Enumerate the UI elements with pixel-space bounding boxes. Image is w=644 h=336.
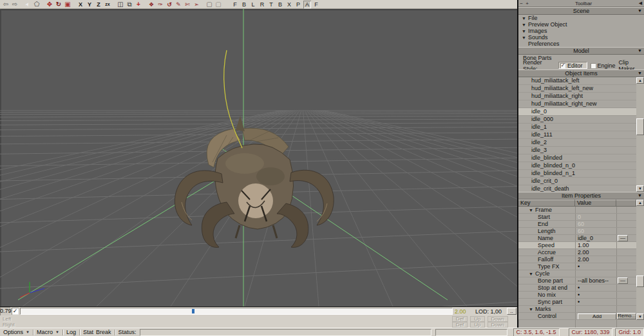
property-value[interactable]: 60 xyxy=(575,228,616,234)
scrollbar-thumb[interactable] xyxy=(636,275,644,287)
expander-icon[interactable]: ▼ xyxy=(529,272,533,276)
section-arrow-icon[interactable]: ▼ xyxy=(638,48,642,54)
scroll-down-icon[interactable]: ▼ xyxy=(636,313,644,320)
axis-z-button[interactable]: Z xyxy=(95,1,102,8)
editor-checkbox[interactable]: ✓ xyxy=(560,63,565,68)
property-value[interactable]: 60 xyxy=(575,221,616,227)
property-row-falloff[interactable]: Falloff2.00 xyxy=(518,256,636,263)
scene-item-preferences[interactable]: Preferences xyxy=(518,41,644,47)
object-item-idle-0[interactable]: idle_0 xyxy=(518,108,636,116)
bone-tool-5-icon[interactable]: ✄ xyxy=(184,1,191,8)
property-row-speed[interactable]: Speed1.00 xyxy=(518,242,636,249)
view-top-button[interactable]: T xyxy=(267,1,275,8)
stat-button[interactable]: Stat xyxy=(82,329,95,335)
property-value[interactable]: 0 xyxy=(575,214,616,220)
object-item-hud-miliattack-left-new[interactable]: hud_miliattack_left_new xyxy=(518,85,636,93)
expander-icon[interactable]: ▼ xyxy=(529,307,533,312)
object-item-hud-miliattack-right[interactable]: hud_miliattack_right xyxy=(518,93,636,100)
property-row-accrue[interactable]: Accrue2.00 xyxy=(518,249,636,256)
scene-item-preview-object[interactable]: ▼Preview Object xyxy=(518,21,644,28)
scroll-down-icon[interactable]: ▼ xyxy=(636,185,644,192)
view-f-button[interactable]: F xyxy=(312,1,320,8)
object-item-idle-blinded-n-0[interactable]: idle_blinded_n_0 xyxy=(518,162,636,170)
left-down-button[interactable]: Down xyxy=(488,316,508,322)
axis-zx-button[interactable]: zx xyxy=(104,1,111,8)
left-def-button[interactable]: Def xyxy=(452,316,468,322)
object-item-idle-111[interactable]: idle_111 xyxy=(518,131,636,139)
property-row-no-mix[interactable]: No mix• xyxy=(518,292,636,299)
item-properties-section-header[interactable]: Item Properties ▼ xyxy=(518,192,644,200)
back-arrow-icon[interactable]: ⇦ xyxy=(2,1,10,8)
left-up-button[interactable]: Up xyxy=(470,316,484,322)
timeline-thumb[interactable] xyxy=(192,309,194,313)
speed-checkbox[interactable]: ✓ xyxy=(12,308,19,315)
object-item-idle-blinded-n-1[interactable]: idle_blinded_n_1 xyxy=(518,170,636,178)
break-button[interactable]: Break xyxy=(95,329,113,335)
duplicate-icon[interactable]: ⧉ xyxy=(126,1,133,8)
move-tool-icon[interactable]: ✥ xyxy=(46,1,53,8)
object-item-idle-blinded[interactable]: idle_blinded xyxy=(518,154,636,162)
property-row-end[interactable]: End60 xyxy=(518,221,636,228)
forward-arrow-icon[interactable]: ⇨ xyxy=(11,1,19,8)
view-bottom-button[interactable]: B xyxy=(276,1,284,8)
expander-icon[interactable]: ▼ xyxy=(522,23,526,27)
scene-item-sounds[interactable]: ▼Sounds xyxy=(518,34,644,41)
value-column-header[interactable]: Value xyxy=(575,200,616,207)
object-items-section-header[interactable]: Object Items ▼ xyxy=(518,70,644,77)
view-frame-1-icon[interactable]: ▢ xyxy=(205,1,213,8)
property-row-stop-at-end[interactable]: Stop at end• xyxy=(518,285,636,292)
key-column-header[interactable]: Key xyxy=(518,200,575,207)
view-left-button[interactable]: L xyxy=(249,1,257,8)
name-edit-button[interactable]: — xyxy=(618,235,628,241)
panel-collapse-icon[interactable]: ◀ xyxy=(637,1,644,6)
expander-icon[interactable]: ▼ xyxy=(522,29,526,33)
macro-menu-button[interactable]: Macro xyxy=(35,329,54,335)
scroll-up-icon[interactable]: ▲ xyxy=(636,77,644,84)
property-value[interactable]: 2.00 xyxy=(575,249,616,256)
3d-viewport[interactable] xyxy=(0,9,517,307)
engine-checkbox[interactable] xyxy=(591,63,596,68)
property-row-frame[interactable]: ▼Frame xyxy=(518,207,636,214)
expander-icon[interactable]: ▼ xyxy=(522,35,526,40)
options-menu-button[interactable]: Options xyxy=(2,329,24,335)
object-item-idle-1[interactable]: idle_1 xyxy=(518,124,636,131)
properties-scrollbar[interactable]: ▲ ▼ xyxy=(636,200,644,320)
control-remove-button[interactable]: Remo... xyxy=(617,313,636,319)
scrollbar-thumb[interactable] xyxy=(636,118,644,135)
view-front-button[interactable]: F xyxy=(231,1,239,8)
object-item-idle-crit-death[interactable]: idle_crit_death xyxy=(518,185,636,192)
polygon-icon[interactable]: ⬠ xyxy=(33,1,41,8)
speed-value-box[interactable]: 0.79 xyxy=(0,307,10,315)
property-row-bone-part[interactable]: Bone part--all bones--— xyxy=(518,277,636,285)
axis-y-button[interactable]: Y xyxy=(86,1,93,8)
property-value[interactable]: • xyxy=(575,285,616,291)
dropdown-arrow-icon[interactable]: ▼ xyxy=(54,330,61,334)
view-p-button[interactable]: P xyxy=(294,1,302,8)
view-back-button[interactable]: B xyxy=(240,1,248,8)
view-x-button[interactable]: X xyxy=(285,1,293,8)
property-row-start[interactable]: Start0 xyxy=(518,214,636,221)
property-row-sync-part[interactable]: Sync part• xyxy=(518,299,636,306)
object-item-idle-000[interactable]: idle_000 xyxy=(518,116,636,124)
object-items-scrollbar[interactable]: ▲ ▼ xyxy=(636,77,644,192)
right-def-button[interactable]: Def xyxy=(452,322,468,328)
engine-toggle[interactable]: Engine xyxy=(591,62,616,69)
axis-x-button[interactable]: X xyxy=(77,1,84,8)
view-a-button[interactable]: A xyxy=(303,1,311,8)
view-frame-2-icon[interactable]: ▢ xyxy=(214,1,222,8)
scroll-up-icon[interactable]: ▲ xyxy=(636,200,644,206)
right-down-button[interactable]: Down xyxy=(488,322,508,328)
property-value[interactable]: 1.00 xyxy=(575,242,616,248)
property-value[interactable]: Add xyxy=(575,313,616,319)
property-row-name[interactable]: Nameidle_0— xyxy=(518,235,636,242)
property-value[interactable]: 2.00 xyxy=(575,256,616,263)
property-row-control[interactable]: ControlAddRemo... xyxy=(518,313,636,320)
model-section-header[interactable]: Model ▼ xyxy=(518,47,644,55)
expander-icon[interactable]: ▼ xyxy=(522,16,526,21)
section-arrow-icon[interactable]: ▼ xyxy=(638,70,642,77)
attach-icon[interactable]: + xyxy=(135,1,142,8)
property-value[interactable]: • xyxy=(575,299,616,305)
property-value[interactable]: • xyxy=(575,292,616,298)
collapse-plus-button[interactable]: + xyxy=(524,1,530,6)
collapse-minus-button[interactable]: − xyxy=(518,1,524,6)
